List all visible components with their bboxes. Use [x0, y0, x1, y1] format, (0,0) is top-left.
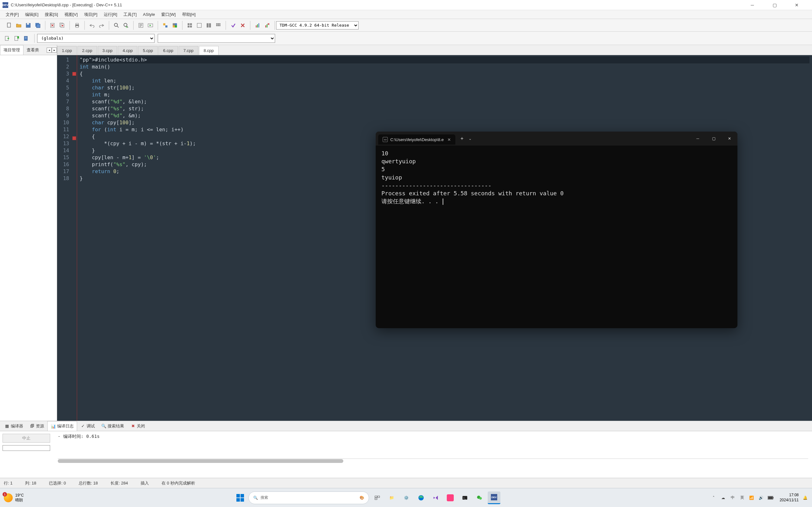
terminal-dropdown[interactable]: ⌄: [469, 137, 471, 141]
notifications-icon[interactable]: 🔔: [802, 495, 808, 501]
replace-button[interactable]: R: [122, 21, 130, 30]
tab-class-view[interactable]: 查看类: [23, 45, 42, 55]
bookmark-list-button[interactable]: [22, 34, 31, 43]
clock[interactable]: 17:08 2024/11/11: [780, 493, 799, 503]
terminal-add-tab[interactable]: +: [460, 136, 463, 142]
bookmark-button[interactable]: [13, 34, 21, 43]
stop-button[interactable]: 中止: [3, 434, 50, 443]
task-view-button[interactable]: [371, 492, 384, 504]
menu-astyle[interactable]: AStyle: [140, 11, 158, 18]
app-pink-button[interactable]: [444, 492, 457, 504]
weather-widget[interactable]: 1 19°C 晴朗: [4, 493, 24, 502]
close-all-button[interactable]: [58, 21, 66, 30]
file-tab-7cpp[interactable]: 7.cpp: [179, 46, 198, 55]
tab-compile-log[interactable]: 📊编译日志: [47, 421, 77, 431]
terminal-minimize[interactable]: ─: [690, 131, 706, 146]
delete-profile-button[interactable]: [263, 21, 271, 30]
file-tab-8cpp[interactable]: 8.cpp: [199, 46, 219, 55]
compile-button[interactable]: [137, 21, 145, 30]
run-button[interactable]: [146, 21, 155, 30]
file-tab-3cpp[interactable]: 3.cpp: [98, 46, 117, 55]
wifi-icon[interactable]: 📶: [749, 495, 755, 501]
tab-resource[interactable]: 🗐资源: [26, 421, 47, 431]
settings-button[interactable]: ⚙️: [400, 492, 413, 504]
taskbar-search[interactable]: 🔍 搜索 🎨: [248, 492, 369, 504]
svg-rect-71: [773, 497, 774, 498]
debug-button[interactable]: [229, 21, 237, 30]
tb-grid1-button[interactable]: [186, 21, 194, 30]
rebuild-button[interactable]: [171, 21, 179, 30]
terminal-maximize[interactable]: ▢: [706, 131, 721, 146]
edge-button[interactable]: [415, 492, 427, 504]
tb-grid3-button[interactable]: [205, 21, 213, 30]
start-button[interactable]: [234, 492, 247, 504]
taskbar: 1 19°C 晴朗 🔍 搜索 🎨 📁 ⚙️ >_ DEV ˄ ☁ 中 英 📶 🔊…: [0, 488, 812, 507]
profile-button[interactable]: [254, 21, 262, 30]
redo-button[interactable]: [97, 21, 106, 30]
close-file-button[interactable]: [49, 21, 57, 30]
maximize-button[interactable]: ▢: [768, 1, 781, 9]
file-tab-1cpp[interactable]: 1.cpp: [57, 46, 77, 55]
menu-search[interactable]: 搜索[S]: [42, 10, 61, 19]
close-button[interactable]: ✕: [791, 1, 803, 9]
new-file-button[interactable]: [5, 21, 13, 30]
terminal-output[interactable]: 10 qwertyuiop 5 tyuiop -----------------…: [376, 146, 738, 209]
menu-edit[interactable]: 编辑[E]: [22, 10, 42, 19]
menu-view[interactable]: 视图[V]: [61, 10, 81, 19]
terminal-button[interactable]: >_: [459, 492, 471, 504]
tray-onedrive-icon[interactable]: ☁: [720, 495, 726, 501]
tb-grid2-button[interactable]: [195, 21, 203, 30]
stop-debug-button[interactable]: [239, 21, 247, 30]
tray-chevron-icon[interactable]: ˄: [710, 495, 717, 501]
tb-grid4-button[interactable]: [214, 21, 222, 30]
status-total-lines: 总行数: 18: [79, 481, 98, 486]
terminal-tab-close[interactable]: ✕: [447, 137, 451, 142]
tab-search-results[interactable]: 🔍搜索结果: [98, 421, 127, 431]
undo-button[interactable]: [88, 21, 96, 30]
chart-icon: 📊: [51, 424, 56, 429]
terminal-close[interactable]: ✕: [721, 131, 738, 146]
save-all-button[interactable]: [34, 21, 42, 30]
menu-run[interactable]: 运行[R]: [101, 10, 120, 19]
devcpp-button[interactable]: DEV: [488, 492, 500, 504]
menu-window[interactable]: 窗口[W]: [158, 10, 179, 19]
svg-rect-41: [219, 23, 220, 24]
compiler-select[interactable]: TDM-GCC 4.9.2 64-bit Release: [276, 21, 359, 30]
save-button[interactable]: [24, 21, 32, 30]
file-tab-2cpp[interactable]: 2.cpp: [78, 46, 97, 55]
visual-studio-button[interactable]: [429, 492, 442, 504]
scrollbar-thumb[interactable]: [58, 459, 343, 463]
open-file-button[interactable]: [15, 21, 23, 30]
tab-debug[interactable]: ✓调试: [77, 421, 98, 431]
menu-project[interactable]: 项目[P]: [81, 10, 101, 19]
panel-nav-right[interactable]: ▸: [52, 48, 57, 53]
tab-close[interactable]: ✖关闭: [127, 421, 148, 431]
wechat-button[interactable]: [473, 492, 486, 504]
ime-lang2[interactable]: 英: [739, 495, 745, 501]
menu-help[interactable]: 帮助[H]: [179, 10, 199, 19]
project-tree[interactable]: [0, 55, 57, 421]
goto-button[interactable]: [3, 34, 11, 43]
menu-tools[interactable]: 工具[T]: [120, 10, 140, 19]
tab-project-management[interactable]: 项目管理: [0, 45, 23, 55]
volume-icon[interactable]: 🔊: [758, 495, 764, 501]
minimize-button[interactable]: ─: [746, 1, 759, 9]
file-tab-4cpp[interactable]: 4.cpp: [118, 46, 137, 55]
explorer-button[interactable]: 📁: [386, 492, 398, 504]
find-button[interactable]: [112, 21, 120, 30]
svg-rect-29: [175, 23, 177, 25]
member-select[interactable]: [158, 34, 275, 43]
menu-file[interactable]: 文件[F]: [3, 10, 22, 19]
compile-run-button[interactable]: [161, 21, 169, 30]
terminal-titlebar[interactable]: ▭ C:\Users\feiyofei\Desktop\8.e ✕ + ⌄ ─ …: [376, 131, 738, 146]
ime-lang1[interactable]: 中: [729, 495, 736, 501]
file-tab-5cpp[interactable]: 5.cpp: [138, 46, 158, 55]
panel-nav-left[interactable]: ◂: [47, 48, 52, 53]
print-button[interactable]: [73, 21, 81, 30]
file-tab-6cpp[interactable]: 6.cpp: [158, 46, 178, 55]
scope-select[interactable]: (globals): [37, 34, 155, 43]
file-tabs: 1.cpp2.cpp3.cpp4.cpp5.cpp6.cpp7.cpp8.cpp: [57, 45, 812, 55]
terminal-tab[interactable]: ▭ C:\Users\feiyofei\Desktop\8.e ✕: [378, 134, 455, 145]
battery-icon[interactable]: [768, 495, 774, 501]
tab-compiler[interactable]: ▦编译器: [1, 421, 26, 431]
